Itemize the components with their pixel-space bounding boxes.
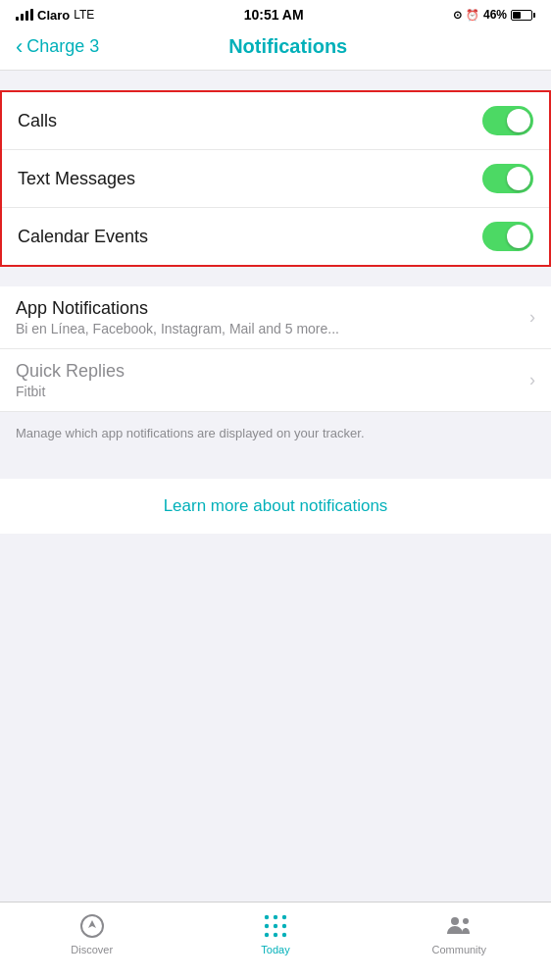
tab-community-label: Community xyxy=(432,944,487,955)
calendar-events-label: Calendar Events xyxy=(18,227,148,247)
quick-replies-title: Quick Replies xyxy=(16,361,522,382)
text-messages-row: Text Messages xyxy=(2,150,549,208)
time-label: 10:51 AM xyxy=(244,7,304,23)
app-list-section: App Notifications Bi en Línea, Facebook,… xyxy=(0,286,551,459)
discover-icon xyxy=(78,912,106,940)
calendar-events-toggle-knob xyxy=(507,225,530,248)
signal-bars-icon xyxy=(16,9,33,21)
alarm-icon: ⏰ xyxy=(466,9,479,22)
tab-today[interactable]: Today xyxy=(183,910,367,955)
nav-header: ‹ Charge 3 Notifications xyxy=(0,27,551,71)
community-icon xyxy=(445,912,473,940)
toggle-section: Calls Text Messages Calendar Events xyxy=(0,90,551,267)
info-section: Manage which app notifications are displ… xyxy=(0,412,551,459)
app-notifications-content: App Notifications Bi en Línea, Facebook,… xyxy=(16,298,522,336)
svg-point-9 xyxy=(274,933,277,937)
back-button[interactable]: ‹ Charge 3 xyxy=(16,36,99,58)
svg-point-3 xyxy=(274,915,277,919)
app-notifications-chevron-icon: › xyxy=(529,307,535,328)
today-icon xyxy=(262,912,289,940)
calls-toggle-knob xyxy=(507,109,530,132)
battery-icon xyxy=(511,10,535,21)
quick-replies-chevron-icon: › xyxy=(529,370,535,390)
battery-label: 46% xyxy=(483,8,507,22)
tab-bar: Discover Today xyxy=(0,902,551,980)
calendar-events-toggle[interactable] xyxy=(482,222,533,251)
svg-marker-1 xyxy=(88,920,96,928)
status-right: ⊙ ⏰ 46% xyxy=(453,8,535,22)
back-chevron-icon: ‹ xyxy=(16,36,23,58)
svg-point-5 xyxy=(265,924,269,928)
quick-replies-content: Quick Replies Fitbit xyxy=(16,361,522,399)
calendar-events-row: Calendar Events xyxy=(2,208,549,265)
back-label: Charge 3 xyxy=(26,36,99,57)
tab-discover-label: Discover xyxy=(71,944,113,955)
network-label: LTE xyxy=(74,8,94,22)
app-notifications-row[interactable]: App Notifications Bi en Línea, Facebook,… xyxy=(0,286,551,349)
tab-today-label: Today xyxy=(261,944,289,955)
text-messages-toggle[interactable] xyxy=(482,164,533,193)
calls-label: Calls xyxy=(18,111,57,131)
app-notifications-title: App Notifications xyxy=(16,298,522,319)
text-messages-toggle-knob xyxy=(507,167,530,190)
svg-point-8 xyxy=(265,933,269,937)
svg-point-10 xyxy=(282,933,286,937)
tab-community[interactable]: Community xyxy=(368,910,551,955)
status-left: Claro LTE xyxy=(16,8,94,23)
quick-replies-subtitle: Fitbit xyxy=(16,384,522,399)
svg-point-2 xyxy=(265,915,269,919)
svg-point-11 xyxy=(451,917,459,925)
calls-toggle[interactable] xyxy=(482,106,533,135)
learn-more-section: Learn more about notifications xyxy=(0,479,551,534)
svg-point-7 xyxy=(282,924,286,928)
screen-rotation-icon: ⊙ xyxy=(453,9,462,22)
status-bar: Claro LTE 10:51 AM ⊙ ⏰ 46% xyxy=(0,0,551,27)
carrier-label: Claro xyxy=(37,8,70,23)
svg-point-4 xyxy=(282,915,286,919)
page-title: Notifications xyxy=(99,35,476,58)
quick-replies-row[interactable]: Quick Replies Fitbit › xyxy=(0,349,551,412)
svg-point-6 xyxy=(274,924,277,928)
svg-point-12 xyxy=(463,918,469,924)
app-notifications-subtitle: Bi en Línea, Facebook, Instagram, Mail a… xyxy=(16,321,522,336)
info-text: Manage which app notifications are displ… xyxy=(16,426,365,440)
content-area: Calls Text Messages Calendar Events App … xyxy=(0,71,551,902)
content-spacer xyxy=(0,534,551,903)
tab-discover[interactable]: Discover xyxy=(0,910,183,955)
calls-row: Calls xyxy=(2,92,549,150)
learn-more-link[interactable]: Learn more about notifications xyxy=(164,496,388,515)
text-messages-label: Text Messages xyxy=(18,169,135,189)
